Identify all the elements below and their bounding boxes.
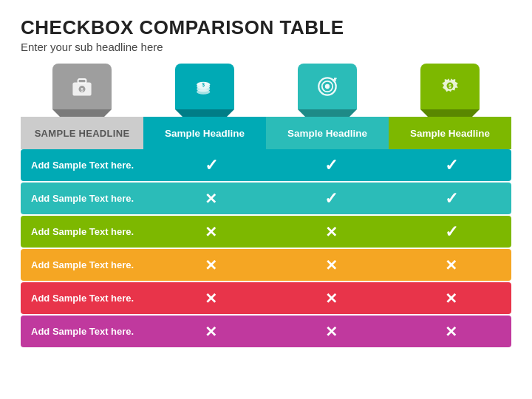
cross-cell: ✕ xyxy=(392,316,512,347)
data-rows: Add Sample Text here.✓✓✓Add Sample Text … xyxy=(21,149,511,347)
cross-cell: ✕ xyxy=(271,282,392,314)
icon-card-2: $ xyxy=(175,64,234,109)
check-cell: ✓ xyxy=(151,149,272,181)
cross-cell: ✕ xyxy=(271,216,392,248)
header-cell-1: $ xyxy=(21,64,143,117)
col-header-label-row: SAMPLE HEADLINE Sample Headline Sample H… xyxy=(21,117,511,149)
col-header-3: Sample Headline xyxy=(266,117,389,149)
data-row: Add Sample Text here.✕✓✓ xyxy=(21,183,511,214)
svg-rect-2 xyxy=(78,79,86,83)
briefcase-dollar-icon: $ xyxy=(69,73,95,100)
data-row: Add Sample Text here.✕✕✕ xyxy=(21,282,511,314)
icon-card-4: $ xyxy=(420,64,480,109)
card-tab-1 xyxy=(52,109,112,117)
icon-card-wrap-1: $ xyxy=(21,64,143,117)
col-header-2: Sample Headline xyxy=(143,117,266,149)
cross-cell: ✕ xyxy=(151,183,272,214)
comparison-table: $ $ xyxy=(21,64,511,347)
check-cell: ✓ xyxy=(271,149,392,181)
svg-text:$: $ xyxy=(81,87,83,93)
coins-icon: $ xyxy=(191,73,218,100)
check-cell: ✓ xyxy=(392,183,512,214)
target-dollar-icon xyxy=(314,73,341,100)
icon-card-3 xyxy=(298,64,357,109)
icon-card-wrap-2: $ xyxy=(143,64,266,117)
card-tab-2 xyxy=(175,109,234,117)
row-label[interactable]: Add Sample Text here. xyxy=(21,316,151,347)
cross-cell: ✕ xyxy=(271,316,392,347)
page-subtitle: Enter your sub headline here xyxy=(21,41,511,53)
card-tab-4 xyxy=(420,109,480,117)
row-label[interactable]: Add Sample Text here. xyxy=(21,183,151,214)
icon-card-wrap-4: $ xyxy=(389,64,511,117)
col-header-1: SAMPLE HEADLINE xyxy=(21,117,143,149)
gear-dollar-icon: $ xyxy=(437,73,463,100)
cross-cell: ✕ xyxy=(392,249,512,281)
row-label[interactable]: Add Sample Text here. xyxy=(21,216,151,248)
header-cell-4: $ xyxy=(389,64,511,117)
svg-text:$: $ xyxy=(449,83,451,89)
data-row: Add Sample Text here.✕✕✓ xyxy=(21,216,511,248)
header-cell-2: $ xyxy=(143,64,266,117)
check-cell: ✓ xyxy=(392,149,512,181)
card-tab-3 xyxy=(298,109,357,117)
svg-point-12 xyxy=(325,84,330,89)
check-cell: ✓ xyxy=(271,183,392,214)
svg-text:$: $ xyxy=(202,82,205,88)
data-row: Add Sample Text here.✕✕✕ xyxy=(21,249,511,281)
cross-cell: ✕ xyxy=(392,282,512,314)
row-label[interactable]: Add Sample Text here. xyxy=(21,149,151,181)
icon-header-row: $ $ xyxy=(21,64,511,117)
cross-cell: ✕ xyxy=(271,249,392,281)
row-label[interactable]: Add Sample Text here. xyxy=(21,282,151,314)
header-cell-3 xyxy=(266,64,389,117)
slide: CHECKBOX COMPARISON TABLE Enter your sub… xyxy=(0,0,532,399)
data-row: Add Sample Text here.✕✕✕ xyxy=(21,316,511,347)
row-label[interactable]: Add Sample Text here. xyxy=(21,249,151,281)
col-header-4: Sample Headline xyxy=(389,117,511,149)
icon-card-wrap-3 xyxy=(266,64,389,117)
page-title: CHECKBOX COMPARISON TABLE xyxy=(21,16,511,39)
cross-cell: ✕ xyxy=(151,216,272,248)
cross-cell: ✕ xyxy=(151,282,272,314)
icon-card-1: $ xyxy=(52,64,112,109)
cross-cell: ✕ xyxy=(151,249,272,281)
data-row: Add Sample Text here.✓✓✓ xyxy=(21,149,511,181)
cross-cell: ✕ xyxy=(151,316,272,347)
check-cell: ✓ xyxy=(392,216,512,248)
